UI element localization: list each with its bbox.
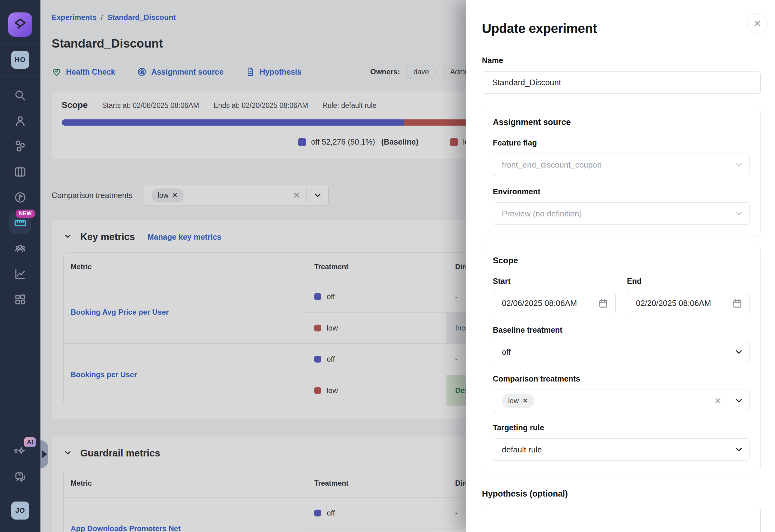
sidebar-item-help[interactable]: ? [9, 466, 31, 488]
collapse-chevron-icon[interactable] [63, 232, 72, 242]
sidebar-bottom: AI ? JO [0, 439, 40, 532]
comparison-treatments-label: Comparison treatments [493, 374, 750, 383]
chevron-down-icon[interactable] [728, 445, 749, 454]
sidebar-item-layers[interactable] [9, 161, 31, 183]
hypothesis-textarea[interactable] [482, 507, 761, 532]
scope-dates: Start 02/06/2025 08:06AM End 02/20/2025 … [493, 277, 750, 314]
select-controls: ✕ [708, 390, 750, 412]
sidebar-item-experiments-active[interactable]: NEW [9, 212, 31, 234]
sidebar-expand-handle[interactable] [40, 440, 48, 468]
manage-key-metrics-link[interactable]: Manage key metrics [147, 233, 221, 242]
chevron-right-icon [42, 451, 47, 458]
sidebar-item-search[interactable] [9, 85, 31, 106]
drawer-title: Update experiment [482, 21, 761, 36]
app-logo[interactable] [8, 12, 32, 37]
search-icon [14, 89, 27, 102]
col-treatment: Treatment [302, 263, 447, 271]
document-icon [245, 67, 255, 77]
calendar-icon[interactable] [598, 298, 609, 308]
chevron-down-icon[interactable] [728, 347, 749, 357]
svg-text:?: ? [18, 473, 21, 478]
treatment-chip-low[interactable]: low ✕ [502, 394, 534, 408]
feature-flag-label: Feature flag [493, 138, 750, 147]
comparison-treatments-select[interactable]: low ✕ ✕ [493, 390, 750, 412]
sidebar-item-users[interactable] [9, 110, 31, 132]
user-avatar[interactable]: JO [11, 502, 29, 520]
close-icon: ✕ [753, 18, 761, 29]
treatment-chip-low[interactable]: low ✕ [151, 188, 184, 202]
treatment-name: off [327, 509, 335, 517]
breadcrumb-separator: / [101, 13, 103, 22]
collapse-chevron-icon[interactable] [63, 448, 72, 458]
feature-flag-select[interactable]: front_end_discount_coupon [493, 154, 750, 176]
treatment-cell: off [302, 497, 447, 529]
end-date-value: 02/20/2025 08:06AM [636, 298, 711, 308]
target-icon [137, 67, 147, 77]
legend-swatch-low [450, 138, 458, 146]
start-group: Start 02/06/2025 08:06AM [493, 277, 616, 314]
breadcrumb-current[interactable]: Standard_Discount [107, 13, 176, 22]
close-button[interactable]: ✕ [747, 13, 768, 34]
clear-icon[interactable]: ✕ [286, 190, 306, 201]
sidebar-item-audiences[interactable] [9, 238, 31, 259]
allocation-segment-off [62, 119, 404, 126]
scope-summary-title: Scope [62, 100, 88, 110]
name-input[interactable]: Standard_Discount [482, 71, 761, 94]
owner-pill-dave[interactable]: dave [406, 65, 437, 79]
treatment-cell [302, 529, 447, 532]
hypothesis-link[interactable]: Hypothesis [245, 67, 301, 77]
health-check-link[interactable]: Health Check [52, 67, 115, 77]
breadcrumb-experiments[interactable]: Experiments [52, 13, 96, 22]
targeting-rule-label: Targeting rule [493, 423, 750, 432]
assignment-source-title: Assignment source [493, 118, 750, 127]
sidebar-item-dynamic-config[interactable] [9, 187, 31, 208]
health-check-label: Health Check [66, 67, 115, 76]
owners-label: Owners: [370, 67, 400, 76]
chevron-down-icon[interactable] [728, 396, 749, 405]
health-check-icon [52, 67, 62, 77]
dashboard-grid-icon [14, 293, 27, 306]
chevron-down-icon[interactable] [307, 191, 328, 200]
treatment-name: low [327, 386, 338, 395]
org-avatar[interactable]: HO [11, 51, 29, 69]
end-date-input[interactable]: 02/20/2025 08:06AM [627, 292, 750, 314]
metric-link[interactable]: App Downloads Promoters Net [64, 497, 302, 532]
sidebar-item-dashboards[interactable] [9, 289, 31, 310]
sidebar: HO NEW [0, 0, 40, 532]
baseline-treatment-select[interactable]: off [493, 341, 750, 363]
scope-title: Scope [493, 256, 750, 266]
comparison-treatments-select[interactable]: low ✕ ✕ [144, 185, 328, 206]
sidebar-item-gates[interactable] [9, 136, 31, 157]
end-group: End 02/20/2025 08:06AM [627, 277, 750, 314]
calendar-icon[interactable] [732, 298, 743, 308]
start-date-input[interactable]: 02/06/2025 08:06AM [493, 292, 616, 314]
col-metric: Metric [64, 479, 302, 488]
clear-icon[interactable]: ✕ [708, 396, 728, 406]
treatment-swatch-off [314, 356, 321, 363]
targeting-rule-select[interactable]: default rule [493, 438, 750, 461]
sidebar-item-ai-assistant[interactable]: AI [9, 441, 31, 463]
sidebar-item-metrics[interactable] [9, 263, 31, 285]
statsig-logo-icon [13, 17, 27, 32]
app-root: HO NEW [0, 0, 775, 532]
treatment-swatch-low [314, 325, 321, 331]
metric-link[interactable]: Booking Avg Price per User [64, 281, 302, 343]
environment-label: Environment [493, 187, 750, 196]
legend-swatch-off [298, 138, 306, 146]
new-badge: NEW [16, 210, 35, 218]
targeting-rule-group: Targeting rule default rule [493, 423, 750, 461]
chip-remove-icon[interactable]: ✕ [523, 397, 528, 405]
sidebar-divider [0, 76, 40, 76]
baseline-treatment-label: Baseline treatment [493, 326, 750, 335]
ruler-icon [13, 216, 27, 230]
assignment-source-link[interactable]: Assignment source [137, 67, 223, 77]
metric-link[interactable]: Bookings per User [64, 344, 302, 406]
environment-group: Environment Preview (no definition) [493, 187, 750, 225]
targeting-rule-value: default rule [502, 445, 542, 455]
chip-remove-icon[interactable]: ✕ [172, 192, 178, 199]
columns-icon [14, 165, 27, 178]
start-label: Start [493, 277, 616, 286]
treatment-cell: low [302, 375, 447, 406]
environment-select[interactable]: Preview (no definition) [493, 202, 750, 225]
legend-item-off: off 52,276 (50.1%) (Baseline) [298, 137, 419, 146]
